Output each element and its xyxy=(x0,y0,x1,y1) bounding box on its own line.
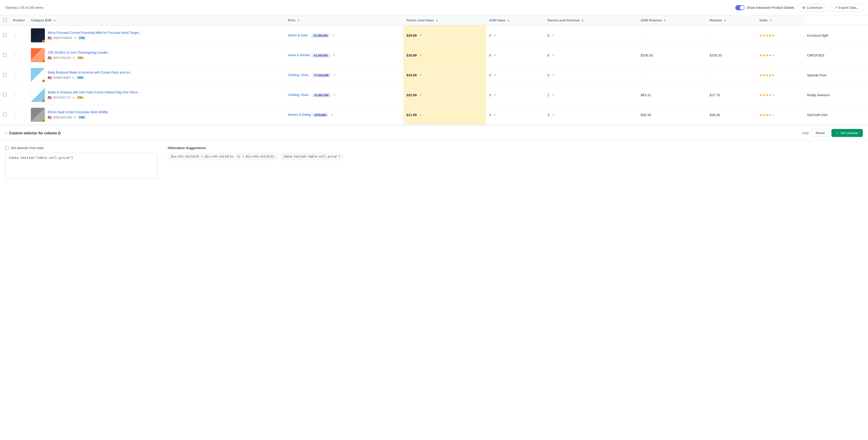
row-checkbox-cell[interactable] xyxy=(0,25,10,46)
row-checkbox-0[interactable] xyxy=(3,33,7,37)
th-category-bsr[interactable]: Category BSR ⇅ xyxy=(28,16,285,25)
product-info-1: CIR OASES 12 inch Thanksgiving Candle...… xyxy=(48,51,282,60)
product-meta-2: 🇺🇸 B08BK7B8B7 ⧉ FBM xyxy=(48,76,282,80)
select-all-checkbox[interactable] xyxy=(3,18,7,22)
category-bsr-cell-0: Sports & Outd... #1,385,083 ↗ xyxy=(285,25,403,46)
category-1[interactable]: Home & Kitchen xyxy=(288,53,310,57)
row-checkbox-cell[interactable] xyxy=(0,46,10,65)
row-checkbox-cell[interactable] xyxy=(0,105,10,125)
suggestion-chip-2[interactable]: [data-testid='table-cell-price'] xyxy=(280,153,344,160)
reviews-cell-4: ★★★★★ xyxy=(756,105,804,125)
category-bsr-cell-3: Clothing, Shoe... #1,881,556 ↗ xyxy=(285,85,403,105)
th-price[interactable]: Price ⇅ xyxy=(285,16,403,25)
panel-right: Alternative Suggestions div:nth-child(3)… xyxy=(167,146,863,179)
set-from-data-row: Set selector from data xyxy=(5,146,157,150)
product-cell-1: a CIR OASES 12 inch Thanksgiving Candle.… xyxy=(28,46,285,65)
row-checkbox-4[interactable] xyxy=(3,113,7,116)
trend-icon-price-1[interactable]: ↗ xyxy=(419,54,422,57)
th-asin-revenue[interactable]: ASIN Revenue ⇅ xyxy=(638,16,707,25)
category-3[interactable]: Clothing, Shoe... xyxy=(288,93,311,97)
copy-icon-4[interactable]: ⧉ xyxy=(74,116,76,119)
price-cell-4: $11.99 ↗ xyxy=(403,105,486,125)
parent-sales-value-1: 6 xyxy=(489,53,491,57)
seller-name-4: ViaCheff USA xyxy=(807,113,828,117)
th-parent-revenue[interactable]: Parent Level Revenue ⇅ xyxy=(544,16,638,25)
category-2[interactable]: Clothing, Shoe... xyxy=(288,73,311,77)
select-all-checkbox-cell[interactable] xyxy=(0,16,10,25)
trend-icon-bsr-4[interactable]: ↗ xyxy=(331,113,333,117)
copy-icon-1[interactable]: ⧉ xyxy=(73,56,75,60)
th-seller-label: Seller xyxy=(759,19,768,22)
price-value-2: $19.99 xyxy=(406,73,417,77)
th-seller[interactable]: Seller ⇅ xyxy=(756,16,804,25)
row-checkbox-cell[interactable] xyxy=(0,85,10,105)
product-info-2: Baby Bodysuit Made in America with Cuban… xyxy=(48,70,282,80)
price-cell-0: $29.99 ↗ xyxy=(403,25,486,46)
row-menu-button-3[interactable]: ⋮ xyxy=(13,93,17,97)
trend-icon-parent-sales-3[interactable]: ↗ xyxy=(494,93,496,97)
product-title-0[interactable]: Micro Focused Curved Punching Mitts for … xyxy=(48,31,282,35)
trend-icon-asin-sales-4[interactable]: ↗ xyxy=(552,113,554,117)
export-button[interactable]: ↗ Export Data... xyxy=(831,4,863,11)
category-0[interactable]: Sports & Outd... xyxy=(288,33,310,37)
product-title-4[interactable]: 65mm Skull 3-Part Chocolate Mold (BWB) xyxy=(48,110,282,114)
th-asin-sales[interactable]: ASIN Sales ⇅ xyxy=(486,16,544,25)
copy-icon-0[interactable]: ⧉ xyxy=(74,36,76,40)
row-checkbox-1[interactable] xyxy=(3,53,7,57)
trend-icon-bsr-2[interactable]: ↗ xyxy=(333,74,336,77)
suggestion-chip-1[interactable]: div:nth-child(3) > div:nth-child(1n -1) … xyxy=(167,153,278,160)
row-menu-button-2[interactable]: ⋮ xyxy=(13,73,17,77)
row-menu-button-0[interactable]: ⋮ xyxy=(13,33,17,37)
row-checkbox-3[interactable] xyxy=(3,93,7,96)
parent-revenue-cell-3: $63.31 xyxy=(638,85,707,105)
trend-icon-parent-sales-2[interactable]: ↗ xyxy=(494,74,496,77)
copy-icon-2[interactable]: ⧉ xyxy=(72,76,74,80)
set-selector-button[interactable]: ✓ Set selector xyxy=(831,129,863,137)
product-title-1[interactable]: CIR OASES 12 inch Thanksgiving Candle... xyxy=(48,51,282,55)
trend-icon-asin-sales-1[interactable]: ↗ xyxy=(552,54,554,57)
asin-revenue-value-0: - xyxy=(710,33,711,37)
advanced-details-toggle[interactable] xyxy=(735,5,745,10)
trend-icon-parent-sales-4[interactable]: ↗ xyxy=(494,113,496,117)
back-button[interactable]: ‹ xyxy=(5,131,6,136)
trend-icon-asin-sales-2[interactable]: ↗ xyxy=(552,74,554,77)
reset-button[interactable]: Reset xyxy=(811,129,829,137)
row-checkbox-2[interactable] xyxy=(3,73,7,77)
trend-icon-asin-sales-3[interactable]: ↗ xyxy=(552,93,554,97)
parent-sales-value-0: 0 xyxy=(489,33,491,37)
parent-revenue-value-3: $63.31 xyxy=(641,93,651,97)
trend-icon-bsr-3[interactable]: ↗ xyxy=(333,93,336,97)
product-title-3[interactable]: Made in America with Irish Parts Funny I… xyxy=(48,90,282,94)
trend-icon-bsr-1[interactable]: ↗ xyxy=(333,54,335,57)
asin-sales-row-0: 0 ↗ xyxy=(548,33,634,37)
star-full: ★ xyxy=(762,33,766,37)
category-4[interactable]: Kitchen & Dining xyxy=(288,113,311,117)
row-checkbox-cell[interactable] xyxy=(0,65,10,85)
export-icon: ↗ xyxy=(835,6,837,9)
selector-textarea[interactable]: [data-testid="table-cell-price"] xyxy=(5,153,157,179)
parent-sales-row-0: 0 ↗ xyxy=(489,33,541,37)
th-reviews[interactable]: Reviews ⇅ xyxy=(707,16,756,25)
product-thumbnail-4: a xyxy=(31,108,45,122)
category-link-2: Clothing, Shoe... #7,944,699 ↗ xyxy=(288,73,400,77)
trend-icon-price-4[interactable]: ↗ xyxy=(419,113,422,117)
product-title-2[interactable]: Baby Bodysuit Made in America with Cuban… xyxy=(48,70,282,75)
trend-icon-price-3[interactable]: ↗ xyxy=(419,93,422,97)
help-button[interactable]: Help xyxy=(802,131,809,135)
price-value-1: $16.99 xyxy=(406,53,417,57)
trend-icon-bsr-0[interactable]: ↗ xyxy=(332,34,335,37)
customize-button[interactable]: ⚙ Customize xyxy=(798,4,826,11)
trend-icon-asin-sales-0[interactable]: ↗ xyxy=(552,34,554,37)
category-link-4: Kitchen & Dining #579,880 ↗ xyxy=(288,113,400,117)
trend-icon-price-2[interactable]: ↗ xyxy=(419,74,422,77)
trend-icon-price-0[interactable]: ↗ xyxy=(419,34,422,37)
copy-icon-3[interactable]: ⧉ xyxy=(72,96,74,99)
set-from-data-checkbox[interactable] xyxy=(5,146,9,150)
row-menu-button-4[interactable]: ⋮ xyxy=(13,113,17,117)
trend-icon-parent-sales-0[interactable]: ↗ xyxy=(494,34,496,37)
th-parent-sales[interactable]: Parent Level Sales ⇅ xyxy=(403,16,486,25)
product-info-3: Made in America with Irish Parts Funny I… xyxy=(48,90,282,99)
check-icon: ✓ xyxy=(836,131,839,135)
row-menu-button-1[interactable]: ⋮ xyxy=(13,53,17,57)
trend-icon-parent-sales-1[interactable]: ↗ xyxy=(494,54,496,57)
